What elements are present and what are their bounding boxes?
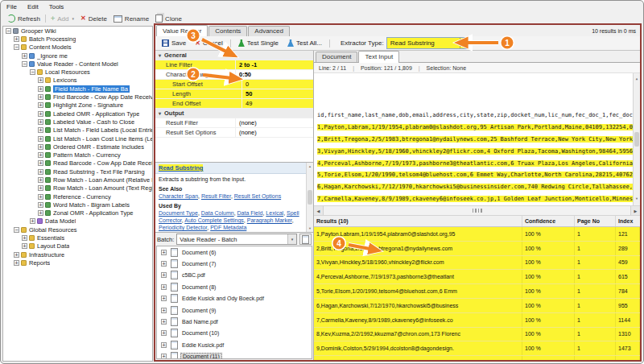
tree-item[interactable]: +Find Barcode - Cow App Date Received: [3, 93, 152, 101]
tree-item[interactable]: +Labeled Value - Cash to Close: [3, 118, 152, 126]
tree-item[interactable]: +Ordered OMR - Estimate Includes: [3, 143, 152, 151]
tree-item[interactable]: +Lexicons: [3, 77, 152, 85]
tab-text-input[interactable]: Text Input: [358, 51, 399, 63]
tree-item[interactable]: +Labeled OMR - Application Type: [3, 110, 152, 118]
property-value[interactable]: 49: [242, 99, 313, 108]
doc-link[interactable]: PDF Metadata: [210, 225, 246, 230]
refresh-button[interactable]: Refresh: [4, 14, 43, 23]
collapse-icon[interactable]: ▾: [155, 110, 164, 116]
tree-expander-icon[interactable]: −: [14, 44, 19, 50]
tree-item[interactable]: +Word Match - Bigram Labels: [3, 201, 152, 209]
tree-item[interactable]: +Read Substring - Text File Parsing: [3, 168, 152, 176]
tree-item[interactable]: +Highlight Zone - Signature: [3, 101, 152, 110]
property-value[interactable]: 2 to -1: [236, 60, 313, 69]
tree-expander-icon[interactable]: +: [14, 252, 19, 258]
tree-expander-icon[interactable]: +: [161, 250, 167, 255]
doc-link[interactable]: Document Type: [159, 210, 198, 216]
tree-expander-icon[interactable]: +: [38, 102, 43, 108]
result-row[interactable]: 5,Torie,Elsom,1/20/1990,telsom4@bluehost…: [314, 284, 640, 299]
tree-expander-icon[interactable]: −: [6, 28, 11, 34]
tree-expander-icon[interactable]: +: [38, 111, 43, 117]
doc-link[interactable]: Data Field: [237, 210, 263, 216]
collapse-icon[interactable]: ▾: [155, 52, 164, 58]
cancel-button[interactable]: ✕ Cancel: [192, 39, 226, 48]
batch-dropdown[interactable]: Value Reader - Batch ▾: [176, 234, 297, 245]
text-scrollbar[interactable]: ▲ ▼: [633, 73, 640, 205]
add-button[interactable]: + Add ▾: [47, 14, 77, 23]
tab-advanced[interactable]: Advanced: [248, 26, 290, 36]
property-row[interactable]: End Offset49: [155, 99, 313, 109]
batch-item[interactable]: +Document (6): [157, 246, 312, 258]
tree-item[interactable]: −Local Resources: [3, 68, 152, 76]
results-column-header[interactable]: Results (10): [314, 216, 522, 226]
tree-expander-icon[interactable]: +: [38, 202, 43, 208]
tree-item[interactable]: +Batch Processing: [3, 35, 152, 43]
tree-expander-icon[interactable]: +: [161, 319, 167, 325]
tree-expander-icon[interactable]: +: [38, 94, 43, 100]
scroll-down-icon[interactable]: ▼: [636, 193, 638, 205]
batch-item[interactable]: +Document (7): [157, 258, 312, 269]
tree-expander-icon[interactable]: +: [22, 243, 27, 249]
tree-expander-icon[interactable]: +: [22, 53, 27, 59]
tree-item[interactable]: +Zonal OMR - Application Type: [3, 209, 152, 217]
scroll-down-icon[interactable]: ▼: [308, 225, 312, 232]
doc-link[interactable]: Periodicity Detector: [159, 225, 207, 230]
tree-item[interactable]: +Reference - Currency: [3, 192, 152, 201]
clone-button[interactable]: Clone: [152, 14, 185, 23]
doc-link[interactable]: Lexical: [266, 210, 283, 216]
menu-item-file[interactable]: File: [6, 3, 17, 10]
tree-item[interactable]: +Data Model: [3, 217, 152, 225]
tree-item[interactable]: +Reports: [3, 259, 152, 267]
extractor-type-dropdown[interactable]: Read Substring ▾: [386, 37, 470, 49]
chevron-down-icon[interactable]: ▾: [460, 38, 469, 48]
tree-item[interactable]: −Grooper Wiki: [3, 27, 152, 35]
tree-item[interactable]: −Value Reader - Content Model: [3, 60, 152, 68]
property-row[interactable]: Line Filter2 to -1: [155, 60, 313, 70]
tree-expander-icon[interactable]: +: [161, 296, 167, 301]
property-row[interactable]: Result Filter(none): [155, 118, 313, 128]
horizontal-scrollbar[interactable]: ◀ ▶: [314, 205, 640, 216]
tree-item[interactable]: +_Ignore me: [3, 52, 152, 60]
tree-expander-icon[interactable]: +: [161, 342, 167, 348]
tree-expander-icon[interactable]: +: [22, 235, 27, 241]
tree-item[interactable]: +List Match - Loan Cost Line Items (Lexi…: [3, 134, 152, 143]
property-section[interactable]: ▾Output: [155, 109, 313, 118]
doc-link[interactable]: Data Column: [201, 210, 234, 216]
doc-link[interactable]: Paragraph Marker: [247, 217, 292, 223]
tree-item[interactable]: +Read Barcode - Cow App Date Received: [3, 159, 152, 168]
property-row[interactable]: Length50: [155, 89, 313, 99]
batch-item[interactable]: +Eddie Kusick.pdf: [157, 339, 312, 350]
tree-expander-icon[interactable]: +: [38, 136, 43, 142]
scroll-up-icon[interactable]: ▲: [308, 163, 312, 170]
tree-item[interactable]: +Layout Data: [3, 242, 152, 250]
tree-expander-icon[interactable]: +: [38, 160, 43, 166]
tab-document[interactable]: Document: [316, 52, 357, 62]
scroll-left-icon[interactable]: ◀: [314, 206, 324, 215]
tab-contents[interactable]: Contents: [208, 26, 247, 36]
rename-button[interactable]: Rename: [110, 14, 152, 23]
result-row[interactable]: 7,Carmella,Kaveney,8/9/1989,ckaveney6@in…: [314, 313, 640, 328]
property-value[interactable]: 0: [242, 80, 313, 89]
tree-expander-icon[interactable]: +: [161, 354, 167, 359]
batch-item[interactable]: +c5BC.pdf: [157, 270, 312, 281]
index-column-header[interactable]: Index: [616, 216, 640, 226]
tree-expander-icon[interactable]: +: [38, 144, 43, 150]
property-value[interactable]: 0:50: [236, 70, 313, 79]
tree-expander-icon[interactable]: +: [38, 185, 43, 191]
page-no-column-header[interactable]: Page No: [575, 216, 616, 226]
menu-item-edit[interactable]: Edit: [27, 3, 39, 10]
tree-expander-icon[interactable]: +: [161, 284, 167, 290]
tree-expander-icon[interactable]: +: [14, 260, 19, 266]
splitter-handle[interactable]: [473, 208, 482, 213]
tree-expander-icon[interactable]: +: [161, 261, 167, 267]
batch-item[interactable]: +Eddie Kusick and Ody Boeck.pdf: [157, 293, 312, 304]
property-value[interactable]: (none): [236, 118, 313, 127]
tree-expander-icon[interactable]: +: [38, 177, 43, 183]
property-section[interactable]: ▾General: [155, 51, 313, 60]
result-row[interactable]: 9,Dominik,Colston,5/29/1994,dcolston8@da…: [314, 341, 640, 356]
tree-item[interactable]: −Global Resources: [3, 225, 152, 234]
result-row[interactable]: 6,Hagan,Karchowski,7/12/1970,hkarchowski…: [314, 299, 640, 313]
property-row[interactable]: Start Offset0: [155, 80, 313, 89]
test-single-button[interactable]: Test Single: [235, 39, 282, 48]
confidence-column-header[interactable]: Confidence: [522, 216, 575, 226]
